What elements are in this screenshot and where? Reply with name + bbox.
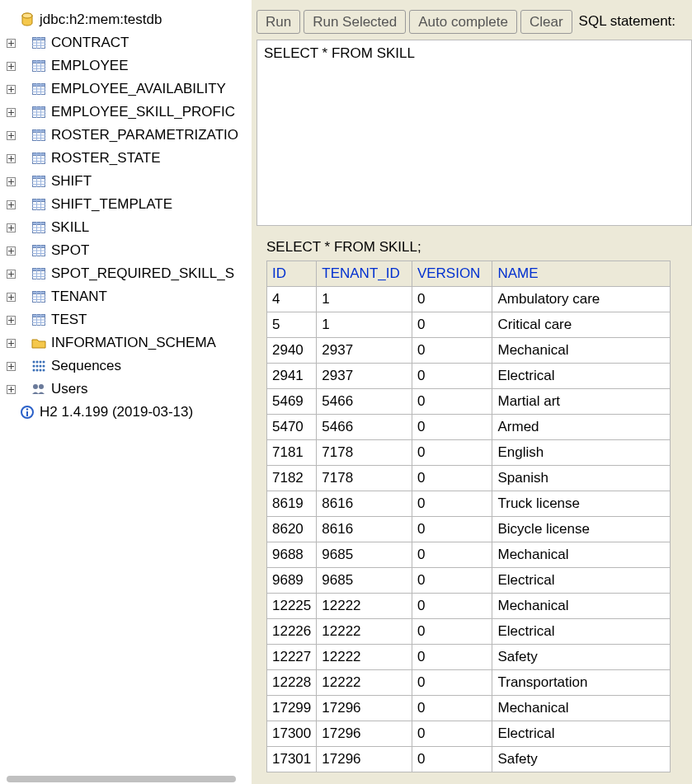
expand-icon[interactable] xyxy=(7,200,18,209)
tree-table-item[interactable]: SHIFT xyxy=(0,170,252,193)
result-echo: SELECT * FROM SKILL; xyxy=(266,239,692,256)
table-row[interactable]: 12228122220Transportation xyxy=(267,670,671,696)
table-cell: Safety xyxy=(492,747,671,772)
table-row[interactable]: 294029370Mechanical xyxy=(267,338,671,364)
tree-table-item[interactable]: TENANT xyxy=(0,285,252,308)
table-row[interactable]: 17300172960Electrical xyxy=(267,721,671,747)
table-row[interactable]: 12226122220Electrical xyxy=(267,619,671,645)
scrollbar-thumb[interactable] xyxy=(7,776,236,782)
table-cell: 7181 xyxy=(267,440,317,466)
expand-icon[interactable] xyxy=(7,316,18,325)
table-cell: Electrical xyxy=(492,364,671,389)
table-cell: 12227 xyxy=(267,645,317,670)
tree-sequences[interactable]: Sequences xyxy=(0,354,252,378)
expand-icon[interactable] xyxy=(7,85,18,94)
tree-table-item[interactable]: EMPLOYEE xyxy=(0,54,252,77)
table-cell: 17301 xyxy=(267,747,317,772)
table-row[interactable]: 546954660Martial art xyxy=(267,389,671,415)
tree-table-item[interactable]: ROSTER_STATE xyxy=(0,147,252,170)
table-row[interactable]: 17299172960Mechanical xyxy=(267,696,671,721)
tree-table-item[interactable]: SPOT_REQUIRED_SKILL_S xyxy=(0,262,252,285)
svg-rect-78 xyxy=(33,223,45,225)
table-row[interactable]: 17301172960Safety xyxy=(267,747,671,772)
expand-icon[interactable] xyxy=(7,385,18,394)
table-cell: 2941 xyxy=(267,364,317,389)
table-row[interactable]: 862086160Bicycle license xyxy=(267,517,671,542)
tree-table-item[interactable]: CONTRACT xyxy=(0,31,252,54)
run-selected-button[interactable]: Run Selected xyxy=(304,10,406,34)
table-row[interactable]: 968896850Mechanical xyxy=(267,542,671,568)
tree-info-schema[interactable]: INFORMATION_SCHEMA xyxy=(0,331,252,354)
table-cell: 9689 xyxy=(267,568,317,594)
table-cell: English xyxy=(492,440,671,466)
table-icon xyxy=(30,245,48,256)
tree-table-item[interactable]: SHIFT_TEMPLATE xyxy=(0,193,252,216)
table-cell: 0 xyxy=(412,594,492,619)
column-header[interactable]: NAME xyxy=(492,261,671,287)
expand-icon[interactable] xyxy=(7,131,18,140)
tree-table-label: TENANT xyxy=(48,289,107,305)
clear-button[interactable]: Clear xyxy=(520,10,572,34)
table-row[interactable]: 718271780Spanish xyxy=(267,466,671,491)
table-row[interactable]: 510Critical care xyxy=(267,312,671,338)
column-header[interactable]: TENANT_ID xyxy=(317,261,412,287)
svg-rect-24 xyxy=(33,84,45,87)
column-header[interactable]: VERSION xyxy=(412,261,492,287)
tree-table-item[interactable]: TEST xyxy=(0,308,252,331)
table-cell: 5466 xyxy=(317,415,412,440)
table-icon xyxy=(30,106,48,118)
table-row[interactable]: 968996850Electrical xyxy=(267,568,671,594)
expand-icon[interactable] xyxy=(7,293,18,302)
table-cell: 12222 xyxy=(317,594,412,619)
table-cell: 12228 xyxy=(267,670,317,696)
auto-complete-button[interactable]: Auto complete xyxy=(409,10,517,34)
tree-table-item[interactable]: EMPLOYEE_SKILL_PROFIC xyxy=(0,101,252,124)
sql-editor[interactable] xyxy=(257,40,692,226)
svg-point-141 xyxy=(39,384,44,389)
table-cell: Armed xyxy=(492,415,671,440)
tree-db-root[interactable]: jdbc:h2:mem:testdb xyxy=(0,8,252,31)
expand-icon[interactable] xyxy=(7,108,18,117)
table-cell: Ambulatory care xyxy=(492,287,671,312)
expand-icon[interactable] xyxy=(7,246,18,256)
expand-icon[interactable] xyxy=(7,270,18,279)
svg-point-135 xyxy=(40,369,42,372)
table-row[interactable]: 12227122220Safety xyxy=(267,645,671,670)
tree-version-label: H2 1.4.199 (2019-03-13) xyxy=(36,404,193,420)
expand-icon[interactable] xyxy=(7,62,18,71)
sequences-icon xyxy=(30,360,48,372)
table-cell: 12222 xyxy=(317,670,412,696)
table-icon xyxy=(30,314,48,326)
table-icon xyxy=(30,176,48,187)
table-cell: Bicycle license xyxy=(492,517,671,542)
tree-table-item[interactable]: SPOT xyxy=(0,239,252,262)
expand-icon[interactable] xyxy=(7,154,18,163)
column-header[interactable]: ID xyxy=(267,261,317,287)
sidebar-horizontal-scrollbar[interactable] xyxy=(0,774,252,784)
tree-table-item[interactable]: SKILL xyxy=(0,216,252,239)
table-row[interactable]: 294129370Electrical xyxy=(267,364,671,389)
tree-users[interactable]: Users xyxy=(0,378,252,401)
tree-table-item[interactable]: ROSTER_PARAMETRIZATIO xyxy=(0,124,252,147)
table-icon xyxy=(30,291,48,303)
table-cell: 12222 xyxy=(317,619,412,645)
tree-table-item[interactable]: EMPLOYEE_AVAILABILITY xyxy=(0,77,252,101)
table-cell: 8616 xyxy=(317,517,412,542)
table-cell: 0 xyxy=(412,415,492,440)
expand-icon[interactable] xyxy=(7,362,18,371)
expand-icon[interactable] xyxy=(7,339,18,348)
expand-icon[interactable] xyxy=(7,223,18,232)
table-cell: 5466 xyxy=(317,389,412,415)
table-cell: 0 xyxy=(412,619,492,645)
table-row[interactable]: 718171780English xyxy=(267,440,671,466)
table-row[interactable]: 12225122220Mechanical xyxy=(267,594,671,619)
tree-users-label: Users xyxy=(48,381,87,397)
table-icon xyxy=(30,60,48,72)
table-row[interactable]: 861986160Truck license xyxy=(267,491,671,517)
table-row[interactable]: 410Ambulatory care xyxy=(267,287,671,312)
expand-icon[interactable] xyxy=(7,177,18,186)
table-cell: Mechanical xyxy=(492,696,671,721)
table-row[interactable]: 547054660Armed xyxy=(267,415,671,440)
expand-icon[interactable] xyxy=(7,39,18,48)
run-button[interactable]: Run xyxy=(257,10,300,34)
